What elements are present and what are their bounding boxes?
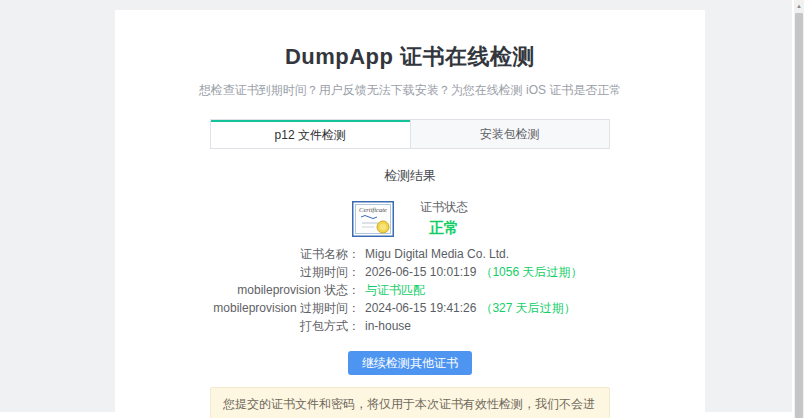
scrollbar[interactable]: ▲ [794, 0, 804, 418]
tab-package-check[interactable]: 安装包检测 [410, 120, 610, 148]
detail-row-expire-time: 过期时间： 2026-06-15 10:01:19 （1056 天后过期） [115, 263, 705, 281]
certificate-image-icon: Certificate [352, 201, 394, 237]
detail-label: mobileprovision 过期时间： [115, 299, 360, 317]
certificate-status-label: 证书状态 [420, 199, 468, 216]
detail-label: 打包方式： [115, 317, 360, 335]
certificate-status-block: Certificate 证书状态 正常 [115, 199, 705, 238]
detail-value-green: 与证书匹配 [365, 281, 425, 299]
result-section-title: 检测结果 [115, 167, 705, 185]
detail-row-cert-name: 证书名称： Migu Digital Media Co. Ltd. [115, 245, 705, 263]
svg-text:Certificate: Certificate [359, 206, 387, 213]
detail-label: 过期时间： [115, 263, 360, 281]
detail-value: in-house [365, 317, 411, 335]
detail-label: mobileprovision 状态： [115, 281, 360, 299]
detail-extra-green: （1056 天后过期） [480, 263, 582, 281]
detail-value: 2024-06-15 19:41:26 [365, 299, 476, 317]
certificate-status-value: 正常 [420, 219, 468, 238]
privacy-notice: 您提交的证书文件和密码，将仅用于本次证书有效性检测，我们不会进行存储。 证书检测… [210, 387, 610, 418]
status-box: 证书状态 正常 [420, 199, 468, 238]
scrollbar-thumb[interactable] [795, 13, 803, 418]
detail-value: 2026-06-15 10:01:19 [365, 263, 476, 281]
tab-p12-file-check[interactable]: p12 文件检测 [211, 120, 410, 148]
detail-row-mobileprovision-status: mobileprovision 状态： 与证书匹配 [115, 281, 705, 299]
continue-check-button[interactable]: 继续检测其他证书 [348, 351, 472, 375]
page-title: DumpApp 证书在线检测 [115, 42, 705, 72]
content-card: DumpApp 证书在线检测 想检查证书到期时间？用户反馈无法下载安装？为您在线… [115, 10, 705, 418]
page-subtitle: 想检查证书到期时间？用户反馈无法下载安装？为您在线检测 iOS 证书是否正常 [115, 82, 705, 99]
privacy-notice-line1: 您提交的证书文件和密码，将仅用于本次证书有效性检测，我们不会进行存储。 [223, 395, 597, 418]
detail-value: Migu Digital Media Co. Ltd. [365, 245, 509, 263]
certificate-details: 证书名称： Migu Digital Media Co. Ltd. 过期时间： … [115, 245, 705, 335]
detail-row-package-method: 打包方式： in-house [115, 317, 705, 335]
detail-row-mobileprovision-expire: mobileprovision 过期时间： 2024-06-15 19:41:2… [115, 299, 705, 317]
detail-extra-green: （327 天后过期） [480, 299, 575, 317]
detail-label: 证书名称： [115, 245, 360, 263]
scroll-up-arrow-icon[interactable]: ▲ [794, 0, 804, 12]
tabs: p12 文件检测 安装包检测 [210, 119, 610, 149]
